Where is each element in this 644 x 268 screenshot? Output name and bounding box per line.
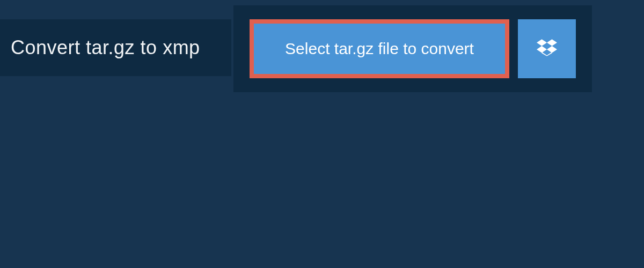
dropbox-icon bbox=[537, 38, 557, 60]
page-title: Convert tar.gz to xmp bbox=[11, 36, 200, 59]
upload-section: Select tar.gz file to convert bbox=[233, 5, 592, 92]
header-tab: Convert tar.gz to xmp bbox=[0, 19, 231, 76]
select-file-button[interactable]: Select tar.gz file to convert bbox=[250, 19, 509, 78]
select-file-label: Select tar.gz file to convert bbox=[285, 40, 474, 58]
dropbox-button[interactable] bbox=[518, 19, 576, 78]
